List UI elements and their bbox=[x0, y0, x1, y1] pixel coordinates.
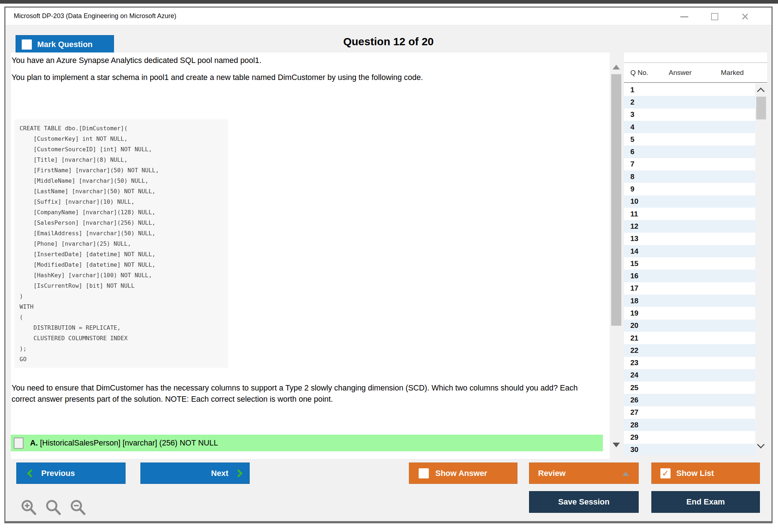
show-list-button[interactable]: ✓ Show List bbox=[651, 463, 760, 484]
zoom-out-icon[interactable] bbox=[69, 499, 87, 517]
code-line: ); bbox=[20, 343, 228, 354]
code-line: [CompanyName] [nvarchar](128) NULL, bbox=[20, 207, 228, 218]
answer-a-text: [HistoricalSalesPerson] [nvarchar] (256)… bbox=[40, 439, 218, 447]
close-button[interactable]: × bbox=[739, 10, 751, 23]
previous-label: Previous bbox=[41, 469, 75, 478]
chevron-down-icon[interactable] bbox=[757, 441, 765, 448]
chevron-right-icon bbox=[234, 469, 243, 477]
chevron-up-icon[interactable] bbox=[757, 88, 765, 95]
question-number: 13 bbox=[630, 235, 638, 243]
question-number: 26 bbox=[630, 396, 638, 404]
code-line: ( bbox=[20, 312, 228, 322]
code-line: [IsCurrentRow] [bit] NOT NULL bbox=[20, 280, 228, 291]
question-list-header: Q No. Answer Marked bbox=[624, 62, 767, 83]
answer-a-letter: A. bbox=[30, 439, 38, 447]
question-number: 10 bbox=[630, 197, 638, 206]
question-list-row[interactable]: 14 bbox=[624, 245, 755, 257]
main-scrollbar[interactable] bbox=[610, 52, 622, 458]
question-number: 27 bbox=[630, 408, 638, 417]
scroll-down-icon[interactable] bbox=[613, 443, 620, 447]
question-list-row[interactable]: 13 bbox=[624, 233, 755, 245]
question-list-row[interactable]: 23 bbox=[624, 357, 755, 369]
question-number: 23 bbox=[630, 359, 638, 367]
question-number: 17 bbox=[630, 284, 638, 292]
code-line: [CustomerKey] int NOT NULL, bbox=[20, 134, 228, 144]
question-list-row[interactable]: 20 bbox=[624, 320, 755, 332]
question-list-row[interactable]: 16 bbox=[624, 270, 755, 282]
question-number: 6 bbox=[630, 148, 634, 156]
question-list-panel: Q No. Answer Marked 1 2 3 4 bbox=[624, 52, 767, 455]
scroll-up-icon[interactable] bbox=[613, 65, 620, 69]
question-number: 12 bbox=[630, 222, 638, 231]
question-list-row[interactable]: 15 bbox=[624, 257, 755, 270]
question-list-scrollbar[interactable] bbox=[755, 84, 767, 455]
question-list-row[interactable]: 30 bbox=[624, 444, 755, 455]
question-list-row[interactable]: 3 bbox=[624, 109, 755, 121]
question-list-row[interactable]: 6 bbox=[624, 145, 755, 158]
question-list-row[interactable]: 8 bbox=[624, 170, 755, 183]
code-line: DISTRIBUTION = REPLICATE, bbox=[20, 322, 228, 333]
question-number: 21 bbox=[630, 334, 638, 342]
title-bar[interactable]: Microsoft DP-203 (Data Engineering on Mi… bbox=[5, 8, 771, 25]
code-line: [InsertedDate] [datetime] NOT NULL, bbox=[20, 249, 228, 259]
question-counter: Question 12 of 20 bbox=[5, 35, 771, 48]
question-number: 28 bbox=[630, 421, 638, 429]
minimize-button[interactable] bbox=[678, 10, 690, 23]
next-button[interactable]: Next bbox=[140, 463, 250, 484]
answer-option-a[interactable]: A. [HistoricalSalesPerson] [nvarchar] (2… bbox=[11, 435, 603, 451]
code-line: [Phone] [nvarchar](25) NULL, bbox=[20, 238, 228, 249]
question-number: 19 bbox=[630, 309, 638, 317]
save-session-button[interactable]: Save Session bbox=[529, 491, 639, 513]
question-list-row[interactable]: 28 bbox=[624, 419, 755, 431]
question-list-row[interactable]: 17 bbox=[624, 282, 755, 295]
question-list-row[interactable]: 24 bbox=[624, 369, 755, 381]
question-list-row[interactable]: 7 bbox=[624, 158, 755, 170]
question-list-row[interactable]: 1 bbox=[624, 84, 755, 96]
question-number: 25 bbox=[630, 384, 638, 392]
question-list-row[interactable]: 2 bbox=[624, 96, 755, 108]
window-title: Microsoft DP-203 (Data Engineering on Mi… bbox=[14, 12, 176, 20]
code-line: CLUSTERED COLUMNSTORE INDEX bbox=[20, 333, 228, 343]
show-answer-button[interactable]: Show Answer bbox=[409, 463, 517, 484]
end-exam-button[interactable]: End Exam bbox=[651, 491, 760, 513]
main-scrollbar-thumb[interactable] bbox=[611, 74, 621, 326]
question-list-rows: 1 2 3 4 5 6 bbox=[624, 84, 755, 455]
question-number: 29 bbox=[630, 433, 638, 442]
code-line: GO bbox=[20, 354, 228, 364]
question-list-row[interactable]: 10 bbox=[624, 195, 755, 208]
code-line: [Title] [nvarchar](8) NULL, bbox=[20, 155, 228, 165]
question-list-row[interactable]: 21 bbox=[624, 332, 755, 344]
question-list-row[interactable]: 4 bbox=[624, 121, 755, 133]
question-list-row[interactable]: 26 bbox=[624, 394, 755, 406]
review-button[interactable]: Review bbox=[529, 463, 639, 484]
question-list-row[interactable]: 5 bbox=[624, 133, 755, 145]
question-list-row[interactable]: 11 bbox=[624, 208, 755, 220]
question-list-scrollbar-thumb[interactable] bbox=[756, 97, 766, 119]
question-list-row[interactable]: 27 bbox=[624, 406, 755, 419]
code-line: [Suffix] [nvarchar](10) NULL, bbox=[20, 197, 228, 207]
question-list-row[interactable]: 25 bbox=[624, 381, 755, 394]
show-answer-checkbox-icon bbox=[419, 468, 429, 478]
question-plan-text: You plan to implement a star schema in p… bbox=[12, 73, 591, 82]
code-line: CREATE TABLE dbo.[DimCustomer]( bbox=[20, 123, 228, 134]
chevron-left-icon bbox=[27, 469, 35, 477]
question-number: 18 bbox=[630, 297, 638, 305]
question-list-row[interactable]: 12 bbox=[624, 220, 755, 232]
question-number: 8 bbox=[630, 173, 634, 181]
maximize-button[interactable] bbox=[709, 10, 721, 23]
question-list-row[interactable]: 19 bbox=[624, 307, 755, 319]
code-line: [FirstName] [nvarchar](50) NOT NULL, bbox=[20, 165, 228, 176]
question-list-row[interactable]: 18 bbox=[624, 295, 755, 307]
zoom-in-icon[interactable] bbox=[20, 499, 38, 517]
question-list-row[interactable]: 29 bbox=[624, 431, 755, 443]
question-list-row[interactable]: 9 bbox=[624, 183, 755, 195]
window-controls: × bbox=[678, 10, 751, 23]
next-label: Next bbox=[211, 469, 228, 478]
question-list-row[interactable]: 22 bbox=[624, 344, 755, 356]
previous-button[interactable]: Previous bbox=[16, 463, 126, 484]
app-window: Microsoft DP-203 (Data Engineering on Mi… bbox=[4, 7, 773, 523]
question-number: 30 bbox=[630, 446, 638, 454]
zoom-reset-icon[interactable] bbox=[45, 499, 63, 517]
zoom-controls bbox=[20, 499, 87, 517]
answer-a-checkbox[interactable] bbox=[14, 438, 24, 449]
